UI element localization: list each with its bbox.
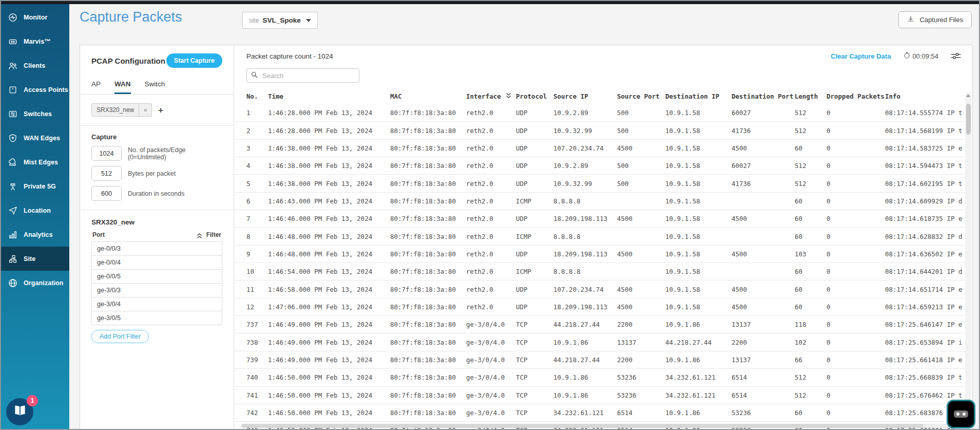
packet-cell: 7 xyxy=(246,215,268,222)
packet-row[interactable]: 81:46:48.000 PM Feb 13, 202480:7f:f8:18:… xyxy=(234,228,965,245)
packet-row[interactable]: 7411:46:50.000 PM Feb 13, 202480:7f:f8:1… xyxy=(234,387,965,404)
port-filter-row[interactable]: ge-0/0/5 xyxy=(91,269,222,284)
location-icon xyxy=(8,205,18,216)
packet-cell: 737 xyxy=(246,321,268,328)
packet-cell: ICMP xyxy=(516,197,553,205)
sidebar-item-location[interactable]: Location xyxy=(1,198,69,222)
table-controls: Clear Capture Data 00:09:54 xyxy=(831,51,961,61)
packet-row[interactable]: 7371:46:49.000 PM Feb 13, 202480:7f:f8:1… xyxy=(234,316,965,333)
sidebar-item-site[interactable]: Site xyxy=(1,247,69,271)
packet-cell: reth2.0 xyxy=(466,180,516,188)
packet-cell: 80:7f:f8:18:3a:80 xyxy=(390,373,466,381)
packets-per-edge-input[interactable] xyxy=(91,146,122,161)
horizontal-scrollbar-thumb[interactable] xyxy=(241,424,924,428)
packet-cell: TCP xyxy=(516,321,553,328)
packet-row[interactable]: 51:46:38.000 PM Feb 13, 202480:7f:f8:18:… xyxy=(234,175,965,192)
bytes-field-row: Bytes per packet xyxy=(91,166,222,181)
add-port-filter-button[interactable]: Add Port Filter xyxy=(91,330,149,343)
packet-cell: 08:17:14.636502 IP e xyxy=(885,250,965,258)
start-capture-button[interactable]: Start Capture xyxy=(166,53,222,68)
tab-wan[interactable]: WAN xyxy=(114,80,131,94)
table-settings-icon[interactable] xyxy=(951,52,961,60)
packet-row[interactable]: 61:46:43.000 PM Feb 13, 202480:7f:f8:18:… xyxy=(234,193,965,210)
tab-ap[interactable]: AP xyxy=(91,80,101,94)
vertical-scrollbar[interactable] xyxy=(965,92,971,424)
sidebar-item-organization[interactable]: Organization xyxy=(1,271,69,295)
chatbot-widget[interactable] xyxy=(947,400,975,428)
horizontal-scrollbar[interactable] xyxy=(241,424,952,428)
captured-files-button[interactable]: Captured Files xyxy=(898,11,972,28)
packet-cell: 1:46:54.000 PM Feb 13, 2024 xyxy=(268,268,390,275)
add-device-button[interactable]: + xyxy=(158,106,163,115)
help-docs-widget[interactable]: 1 xyxy=(6,398,33,425)
packet-table-header: No.TimeMACInterfaceProtocolSource IPSour… xyxy=(234,92,965,100)
packet-cell: 13137 xyxy=(617,339,665,346)
packet-cell: 512 xyxy=(795,162,827,170)
sidebar-item-monitor[interactable]: Monitor xyxy=(1,5,69,29)
sidebar-item-clients[interactable]: Clients xyxy=(1,53,69,78)
packet-cell: 10.9.1.58 xyxy=(665,268,732,275)
sidebar: MonitorMarvis™ClientsAccess PointsSwitch… xyxy=(1,1,69,429)
sidebar-item-wan-edges[interactable]: WAN Edges xyxy=(1,126,69,150)
packet-row[interactable]: 101:46:54.000 PM Feb 13, 202480:7f:f8:18… xyxy=(234,263,965,281)
packet-cell: 5 xyxy=(246,180,268,188)
packet-row[interactable]: 121:47:06.000 PM Feb 13, 202480:7f:f8:18… xyxy=(234,298,965,316)
packet-cell: 10.9.32.99 xyxy=(553,180,617,188)
packet-row[interactable]: 111:46:58.000 PM Feb 13, 202480:7f:f8:18… xyxy=(234,281,965,298)
column-header-interface[interactable]: Interface xyxy=(466,92,516,100)
column-header-mac: MAC xyxy=(390,92,466,100)
bytes-per-packet-input[interactable] xyxy=(91,166,122,181)
packet-cell: 1:46:38.000 PM Feb 13, 2024 xyxy=(268,162,390,170)
port-filter-row[interactable]: ge-0/0/4 xyxy=(91,255,222,270)
packet-cell: 80:7f:f8:18:3a:80 xyxy=(390,250,466,258)
packet-cell: 4500 xyxy=(617,215,665,222)
packet-cell: 1:46:38.000 PM Feb 13, 2024 xyxy=(268,144,390,152)
packet-cell: 0 xyxy=(827,233,885,240)
sidebar-item-private-5g[interactable]: Private 5G xyxy=(1,174,69,198)
clear-capture-data-link[interactable]: Clear Capture Data xyxy=(831,52,891,60)
packet-cell: 0 xyxy=(827,127,885,135)
search-input[interactable] xyxy=(261,71,355,80)
scroll-up-icon[interactable] xyxy=(966,94,970,97)
packet-row[interactable]: 31:46:38.000 PM Feb 13, 202480:7f:f8:18:… xyxy=(234,140,965,157)
sidebar-item-switches[interactable]: Switches xyxy=(1,102,69,126)
vertical-scrollbar-thumb[interactable] xyxy=(966,104,971,135)
packet-row[interactable]: 11:46:28.000 PM Feb 13, 202480:7f:f8:18:… xyxy=(234,104,965,122)
port-filter-row[interactable]: ge-3/0/4 xyxy=(91,297,222,311)
packet-cell: 60 xyxy=(795,268,827,275)
packet-cell: 08:17:14.618735 IP e xyxy=(885,215,965,222)
packet-row[interactable]: 7391:46:49.000 PM Feb 13, 202480:7f:f8:1… xyxy=(234,351,965,369)
duration-field-row: Duration in seconds xyxy=(91,186,222,201)
pcap-tabs: AP WAN Switch xyxy=(80,80,234,95)
packet-cell: 738 xyxy=(246,339,268,346)
packet-cell: 80:7f:f8:18:3a:80 xyxy=(390,215,466,222)
duration-input[interactable] xyxy=(91,186,122,201)
packet-row[interactable]: 71:46:46.000 PM Feb 13, 202480:7f:f8:18:… xyxy=(234,210,965,228)
sidebar-item-analytics[interactable]: Analytics xyxy=(1,222,69,247)
packet-row[interactable]: 7381:46:49.000 PM Feb 13, 202480:7f:f8:1… xyxy=(234,333,965,351)
packet-cell: 08:17:14.583725 IP e xyxy=(885,144,965,152)
packet-row[interactable]: 91:46:48.000 PM Feb 13, 202480:7f:f8:18:… xyxy=(234,246,965,263)
sort-ascending-icon[interactable] xyxy=(197,232,202,238)
sidebar-item-access-points[interactable]: Access Points xyxy=(1,78,69,102)
site-selector[interactable]: site SVL_Spoke xyxy=(242,12,318,29)
packet-cell: UDP xyxy=(516,215,553,222)
packet-cell: TCP xyxy=(516,409,553,417)
packet-cell: 08:17:14.651714 IP e xyxy=(885,286,965,293)
access-points-icon xyxy=(8,85,18,95)
sidebar-item-marvis[interactable]: Marvis™ xyxy=(1,29,69,53)
packet-cell: 10.9.1.86 xyxy=(665,409,732,417)
packet-cell: 4500 xyxy=(732,303,795,311)
packet-row[interactable]: 7421:46:50.000 PM Feb 13, 202480:7f:f8:1… xyxy=(234,404,965,422)
sidebar-item-mist-edges[interactable]: Mist Edges xyxy=(1,150,69,174)
port-filter-row[interactable]: ge-3/0/5 xyxy=(91,311,222,325)
port-filter-row[interactable]: ge-0/0/3 xyxy=(91,241,222,256)
packet-row[interactable]: 7401:46:50.000 PM Feb 13, 202480:7f:f8:1… xyxy=(234,369,965,386)
packet-cell: reth2.0 xyxy=(466,109,516,117)
packet-row[interactable]: 41:46:38.000 PM Feb 13, 202480:7f:f8:18:… xyxy=(234,157,965,175)
remove-device-icon[interactable]: × xyxy=(139,104,151,116)
tab-switch[interactable]: Switch xyxy=(145,80,165,94)
packet-row[interactable]: 21:46:28.000 PM Feb 13, 202480:7f:f8:18:… xyxy=(234,122,965,139)
sort-descending-icon[interactable] xyxy=(506,92,511,100)
port-filter-row[interactable]: ge-3/0/3 xyxy=(91,283,222,297)
